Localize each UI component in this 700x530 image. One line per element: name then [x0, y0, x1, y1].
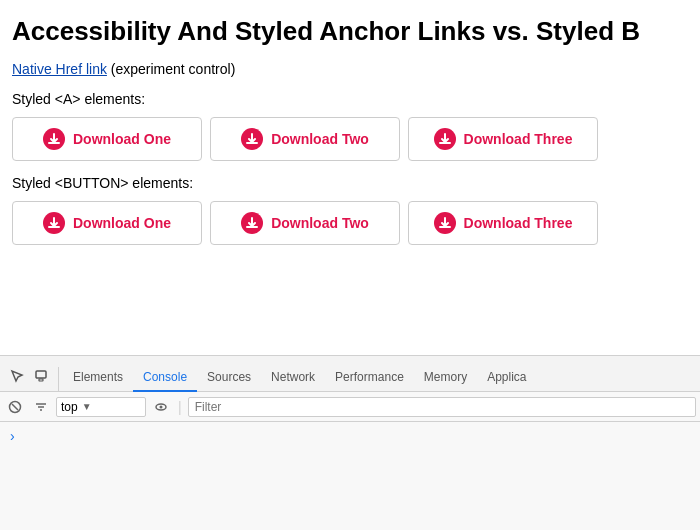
download-icon-3: [434, 128, 456, 150]
download-icon-5: [241, 212, 263, 234]
native-link-paragraph: Native Href link (experiment control): [12, 61, 688, 77]
btn-download-two-label: Download Two: [271, 215, 369, 231]
anchor-download-two[interactable]: Download Two: [210, 117, 400, 161]
experiment-note: (experiment control): [111, 61, 236, 77]
btn-download-one[interactable]: Download One: [12, 201, 202, 245]
anchor-button-row: Download One Download Two Download Three: [12, 117, 688, 161]
download-icon-4: [43, 212, 65, 234]
btn-download-three[interactable]: Download Three: [408, 201, 598, 245]
btn-download-three-label: Download Three: [464, 215, 573, 231]
page-title: Accessibility And Styled Anchor Links vs…: [12, 16, 688, 47]
anchor-download-one-label: Download One: [73, 131, 171, 147]
btn-download-one-label: Download One: [73, 215, 171, 231]
anchor-download-three[interactable]: Download Three: [408, 117, 598, 161]
btn-download-two[interactable]: Download Two: [210, 201, 400, 245]
download-icon-6: [434, 212, 456, 234]
anchor-download-two-label: Download Two: [271, 131, 369, 147]
download-icon-2: [241, 128, 263, 150]
button-button-row: Download One Download Two Download Three: [12, 201, 688, 245]
native-href-link[interactable]: Native Href link: [12, 61, 107, 77]
button-section-label: Styled <BUTTON> elements:: [12, 175, 688, 191]
anchor-download-one[interactable]: Download One: [12, 117, 202, 161]
main-content: Accessibility And Styled Anchor Links vs…: [0, 0, 700, 257]
anchor-download-three-label: Download Three: [464, 131, 573, 147]
download-icon-1: [43, 128, 65, 150]
anchor-section-label: Styled <A> elements:: [12, 91, 688, 107]
